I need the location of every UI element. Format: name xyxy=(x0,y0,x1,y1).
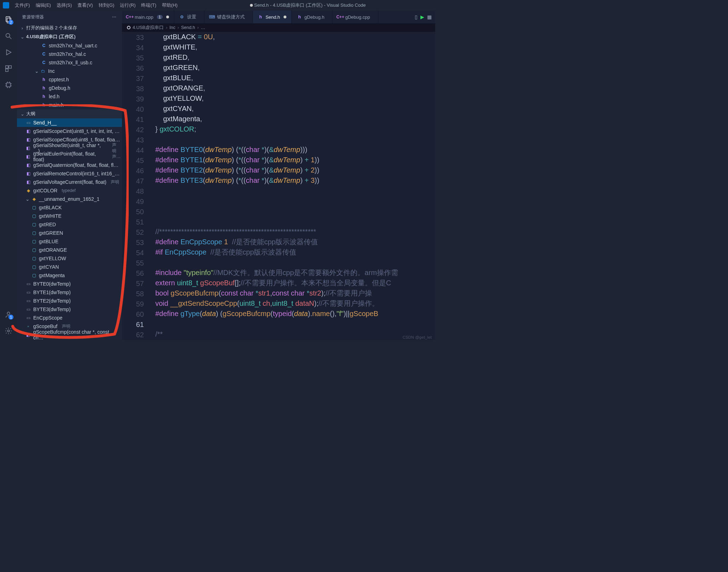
svg-rect-5 xyxy=(6,66,8,68)
tree-label: stm32h7xx_hal.c xyxy=(49,51,86,57)
symbol-icon: ▭ xyxy=(25,315,31,321)
project-section[interactable]: ⌄ 4.USB虚拟串口 (工作区) xyxy=(17,33,122,41)
dirty-dot-icon xyxy=(250,4,253,7)
outline-item[interactable]: ▢gxtCYAN xyxy=(17,263,122,271)
outline-item[interactable]: ▢gxtBLUE xyxy=(17,237,122,246)
outline-item[interactable]: ▢gxtORANGE xyxy=(17,246,122,254)
outline-label: EnCppScope xyxy=(33,315,63,321)
activity-bar: 2 1 xyxy=(0,11,17,340)
tree-folder[interactable]: ⌄🗀Inc xyxy=(17,67,122,75)
settings-gear-icon[interactable] xyxy=(4,327,13,335)
symbol-icon: ▢ xyxy=(31,239,37,244)
outline-item[interactable]: ▢gxtYELLOW xyxy=(17,254,122,263)
outline-item[interactable]: ▭Send_H__ xyxy=(17,118,122,127)
editor-tab[interactable]: C++gDebug.cpp xyxy=(332,11,378,23)
outline-item[interactable]: ▢gxtMagenta xyxy=(17,271,122,280)
breadcrumb-segment[interactable]: … xyxy=(201,25,205,30)
outline-label: gxtYELLOW xyxy=(39,256,66,261)
outline-item[interactable]: ▭BYTE0(dwTemp) xyxy=(17,280,122,288)
layout-icon[interactable]: ▦ xyxy=(427,14,432,20)
outline-item[interactable]: ▭BYTE3(dwTemp) xyxy=(17,305,122,314)
tree-file[interactable]: hled.h xyxy=(17,92,122,101)
outline-item[interactable]: ◧gSerialVoltageCurrent(float, float)声明 xyxy=(17,178,122,186)
outline-item[interactable]: ◧gSerialEulerPoint(float, float, float)声… xyxy=(17,152,122,161)
breadcrumb-segment[interactable]: Send.h xyxy=(181,25,195,30)
editor-tabs: C++main.cpp1⚙设置⌨键盘快捷方式hSend.hhgDebug.hC+… xyxy=(122,11,435,23)
more-icon[interactable]: ⋯ xyxy=(112,14,117,19)
menu-item[interactable]: 转到(G) xyxy=(97,1,117,9)
outline-item[interactable]: ▢gxtGREEN xyxy=(17,229,122,237)
tree-file[interactable]: Cstm32h7xx_hal_uart.c xyxy=(17,41,122,50)
tab-file-icon: ⚙ xyxy=(179,14,185,20)
split-icon[interactable]: ▯ xyxy=(415,14,418,20)
accounts-icon[interactable]: 1 xyxy=(4,310,13,319)
symbol-icon: ◧ xyxy=(25,179,31,185)
outline-item[interactable]: ◧gSerialQuaternion(float, float, float, … xyxy=(17,161,122,169)
breadcrumb-segment[interactable]: Inc xyxy=(169,25,175,30)
outline-label: gSerialEulerPoint(float, float, float) xyxy=(33,151,108,162)
outline-label: gxtWHITE xyxy=(39,213,62,219)
outline-section[interactable]: ⌄ 大纲 xyxy=(17,109,122,118)
menu-item[interactable]: 运行(R) xyxy=(118,1,138,9)
tree-file[interactable]: hgDebug.h xyxy=(17,84,122,92)
outline-item[interactable]: ⌄◆__unnamed_enum_1652_1 xyxy=(17,195,122,203)
menu-item[interactable]: 帮助(H) xyxy=(160,1,180,9)
outline-note: 声明 xyxy=(112,142,121,154)
breadcrumb[interactable]: 4.USB虚拟串口›Inc›Send.h›… xyxy=(122,23,435,32)
menu-item[interactable]: 终端(T) xyxy=(139,1,158,9)
tree-file[interactable]: hcpptest.h xyxy=(17,75,122,84)
symbol-icon: ▢ xyxy=(31,222,37,227)
outline-item[interactable]: ▢gxtWHITE xyxy=(17,212,122,220)
editor-tab[interactable]: ⚙设置 xyxy=(174,11,204,23)
menu-item[interactable]: 选择(S) xyxy=(54,1,74,9)
outline-item[interactable]: ◧gSerialRemoteControl(int16_t, int16_… xyxy=(17,169,122,178)
sidebar: 资源管理器 ⋯ › 打开的编辑器 2 个未保存 ⌄ 4.USB虚拟串口 (工作区… xyxy=(17,11,122,340)
outline-label: gScopeBuf xyxy=(33,323,58,329)
outline-item[interactable]: ◧gScopeBufcmp(const char *, const ch… xyxy=(17,331,122,339)
tree-file[interactable]: hmain.h xyxy=(17,101,122,109)
symbol-icon: ◆ xyxy=(25,188,31,193)
run-play-icon[interactable]: ▶ xyxy=(420,14,424,20)
tree-file[interactable]: Cstm32h7xx_hal.c xyxy=(17,50,122,58)
outline-note: 声明 xyxy=(111,179,119,185)
tab-label: gDebug.cpp xyxy=(345,14,370,20)
breadcrumb-dirty-icon xyxy=(127,26,130,29)
chevron-down-icon: ⌄ xyxy=(21,34,24,40)
tree-file[interactable]: Cstm32h7xx_ll_usb.c xyxy=(17,58,122,67)
menu-item[interactable]: 文件(F) xyxy=(13,1,32,9)
breadcrumb-separator-icon: › xyxy=(177,25,179,30)
outline-item[interactable]: ◧gSerialScopeCint(uint8_t, int, int, int… xyxy=(17,127,122,135)
outline-item[interactable]: ▭EnCppScope xyxy=(17,314,122,322)
tab-badge: 1 xyxy=(157,15,163,19)
editor-tab[interactable]: ⌨键盘快捷方式 xyxy=(204,11,253,23)
extensions-icon[interactable] xyxy=(4,64,13,73)
tab-label: gDebug.h xyxy=(304,14,324,20)
symbol-icon: ◧ xyxy=(25,145,31,151)
menu-item[interactable]: 查看(V) xyxy=(75,1,95,9)
outline-item[interactable]: ▭BYTE1(dwTemp) xyxy=(17,288,122,297)
chip-icon[interactable] xyxy=(4,81,13,89)
outline-label: gScopeBufcmp(const char *, const ch… xyxy=(33,329,121,340)
svg-point-17 xyxy=(7,312,10,315)
code-content[interactable]: gxtBLACK = 0U, gxtWHITE, gxtRED, gxtGREE… xyxy=(147,32,435,340)
outline-item[interactable]: ▢gxtBLACK xyxy=(17,203,122,212)
vscode-logo-icon xyxy=(3,2,9,8)
explorer-icon[interactable]: 2 xyxy=(4,16,13,24)
svg-rect-6 xyxy=(9,66,11,68)
editor-tab[interactable]: C++main.cpp1 xyxy=(122,11,174,23)
symbol-icon: ▭ xyxy=(25,298,31,304)
outline-item[interactable]: ◆gxtCOLORtypedef xyxy=(17,186,122,195)
tree-label: Inc xyxy=(48,68,55,74)
menu-item[interactable]: 编辑(E) xyxy=(34,1,53,9)
file-icon: h xyxy=(41,77,47,82)
outline-item[interactable]: ▢gxtRED xyxy=(17,220,122,229)
editor-tab[interactable]: hSend.h xyxy=(253,11,292,23)
outline-item[interactable]: ▭BYTE2(dwTemp) xyxy=(17,297,122,305)
outline-label: gSerialScopeCfloat(uint8_t, float, floa… xyxy=(33,137,120,142)
search-icon[interactable] xyxy=(4,32,13,40)
editor-tab[interactable]: hgDebug.h xyxy=(292,11,332,23)
open-editors-section[interactable]: › 打开的编辑器 2 个未保存 xyxy=(17,23,122,33)
run-debug-icon[interactable] xyxy=(4,48,13,57)
breadcrumb-segment[interactable]: 4.USB虚拟串口 xyxy=(133,25,164,31)
file-icon: h xyxy=(41,102,47,108)
